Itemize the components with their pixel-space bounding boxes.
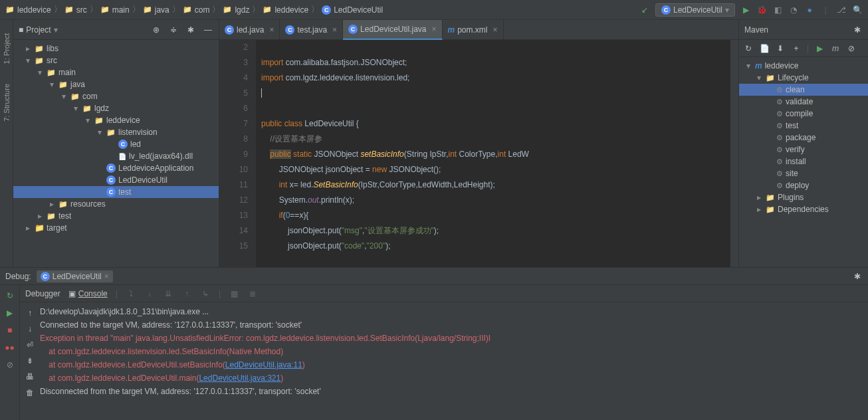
maven-item[interactable]: compile <box>739 108 868 120</box>
force-step-icon[interactable]: ⇊ <box>163 288 173 299</box>
evaluate-icon[interactable]: ▦ <box>229 288 239 299</box>
search-icon[interactable]: 🔍 <box>852 5 863 15</box>
build-icon[interactable]: ↙ <box>639 5 650 15</box>
console-output[interactable]: D:\develop\Javajdk\jdk1.8.0_131\bin\java… <box>40 305 868 417</box>
git-icon[interactable]: ⎇ <box>836 5 847 15</box>
maven-item[interactable]: package <box>739 132 868 144</box>
tree-item[interactable]: Cled <box>13 138 219 150</box>
download-icon[interactable]: ⬇ <box>775 43 786 54</box>
tree-item[interactable]: libs <box>13 43 219 54</box>
project-tab[interactable]: 1: Project <box>3 33 11 64</box>
down-icon[interactable]: ↓ <box>25 324 35 334</box>
step-into-icon[interactable]: ↓ <box>144 288 155 299</box>
step-out-icon[interactable]: ↑ <box>181 288 192 299</box>
breadcrumb-item[interactable]: leddevice <box>263 5 308 15</box>
tree-item[interactable]: src <box>13 54 219 66</box>
maven-item[interactable]: Dependencies <box>739 203 868 215</box>
code-content[interactable]: import com.alibaba.fastjson.JSONObject;i… <box>256 40 730 267</box>
stop-icon[interactable]: ● <box>804 5 815 15</box>
maven-item[interactable]: mleddevice <box>739 60 868 72</box>
print-icon[interactable]: 🖶 <box>25 371 35 382</box>
maven-settings-icon[interactable]: ✱ <box>852 25 863 35</box>
editor-tab[interactable]: CLedDeviceUtil.java× <box>343 20 442 40</box>
breadcrumb-item[interactable]: lgdz <box>223 5 249 15</box>
clear-icon[interactable]: 🗑 <box>25 387 35 398</box>
maven-item[interactable]: install <box>739 156 868 167</box>
drop-frame-icon[interactable]: ↳ <box>200 288 211 299</box>
trace-icon[interactable]: ≣ <box>247 288 258 299</box>
mute-icon[interactable]: ⊘ <box>5 360 15 370</box>
debug-panel: Debug: C LedDeviceUtil × ✱ ↻ ▶ ■ ●● ⊘ De… <box>0 267 868 420</box>
console-tab[interactable]: ▣Console <box>68 289 108 298</box>
project-panel: ■ Project ▾ ⊕ ≑ ✱ — libssrcmainjavacomlg… <box>13 20 219 267</box>
breadcrumb-item[interactable]: java <box>143 5 169 15</box>
generate-icon[interactable]: 📄 <box>759 43 770 54</box>
structure-tab[interactable]: 7: Structure <box>3 84 11 122</box>
breadcrumb-bar: leddevice〉src〉main〉java〉com〉lgdz〉leddevi… <box>0 0 868 20</box>
breadcrumb-item[interactable]: com <box>183 5 210 15</box>
locate-icon[interactable]: ⊕ <box>151 25 162 35</box>
tree-item[interactable]: CLeddeviceApplication <box>13 162 219 174</box>
scroll-icon[interactable]: ⇟ <box>25 356 35 366</box>
maven-m-icon[interactable]: m <box>830 43 841 54</box>
breadcrumb-item[interactable]: src <box>64 5 87 15</box>
tree-item[interactable]: main <box>13 66 219 78</box>
add-icon[interactable]: + <box>791 43 802 54</box>
breakpoints-icon[interactable]: ●● <box>5 342 15 353</box>
maven-item[interactable]: validate <box>739 96 868 108</box>
tree-item[interactable]: 📄lv_led(javax64).dll <box>13 150 219 162</box>
hide-icon[interactable]: — <box>203 25 213 35</box>
breadcrumb-item[interactable]: CLedDeviceUtil <box>322 5 383 15</box>
maven-tree[interactable]: mleddeviceLifecyclecleanvalidatecompilet… <box>739 57 868 218</box>
maven-panel: Maven ✱ ↻ 📄 ⬇ + | ▶ m ⊘ mleddeviceLifecy… <box>738 20 868 267</box>
debug-config-tab[interactable]: C LedDeviceUtil × <box>37 270 113 282</box>
maven-item[interactable]: site <box>739 167 868 179</box>
maven-item[interactable]: test <box>739 120 868 132</box>
editor-tab[interactable]: Ctest.java× <box>280 20 343 40</box>
debugger-tab[interactable]: Debugger <box>25 289 60 298</box>
tree-item[interactable]: java <box>13 78 219 90</box>
editor-gutter: 234567▶89@101112131415 <box>219 40 256 267</box>
project-panel-header: ■ Project ▾ ⊕ ≑ ✱ — <box>13 20 219 40</box>
debug-icon[interactable]: 🐞 <box>756 5 767 15</box>
tree-item[interactable]: com <box>13 90 219 102</box>
step-over-icon[interactable]: ⤵ <box>126 288 136 299</box>
tree-item[interactable]: leddevice <box>13 114 219 126</box>
run-icon[interactable]: ▶ <box>740 5 751 15</box>
settings-icon[interactable]: ✱ <box>185 25 196 35</box>
debug-left-toolbar: ↻ ▶ ■ ●● ⊘ <box>0 285 20 420</box>
breadcrumb-item[interactable]: leddevice <box>5 5 51 15</box>
coverage-icon[interactable]: ◧ <box>772 5 783 15</box>
tree-item[interactable]: Ctest <box>13 186 219 198</box>
breadcrumb-item[interactable]: main <box>100 5 130 15</box>
console-toolbar: ↑ ↓ ⏎ ⇟ 🖶 🗑 <box>20 305 40 417</box>
tree-item[interactable]: resources <box>13 198 219 210</box>
stop-debug-icon[interactable]: ■ <box>5 325 15 336</box>
tree-item[interactable]: test <box>13 210 219 222</box>
reimport-icon[interactable]: ↻ <box>743 43 754 54</box>
code-area[interactable]: 234567▶89@101112131415 import com.alibab… <box>219 40 738 267</box>
maven-item[interactable]: Plugins <box>739 191 868 203</box>
tree-item[interactable]: lgdz <box>13 102 219 114</box>
tree-item[interactable]: 📁target <box>13 222 219 234</box>
run-config-selector[interactable]: C LedDeviceUtil ▾ <box>655 3 735 17</box>
maven-item[interactable]: deploy <box>739 179 868 191</box>
editor-area: Cled.java×Ctest.java×CLedDeviceUtil.java… <box>219 20 738 267</box>
debug-settings-icon[interactable]: ✱ <box>852 271 863 282</box>
wrap-icon[interactable]: ⏎ <box>25 340 35 350</box>
tree-item[interactable]: listenvision <box>13 126 219 138</box>
maven-run-icon[interactable]: ▶ <box>814 43 825 54</box>
resume-icon[interactable]: ▶ <box>5 308 15 318</box>
editor-tab[interactable]: mpom.xml× <box>443 20 504 40</box>
up-icon[interactable]: ↑ <box>25 308 35 318</box>
rerun-icon[interactable]: ↻ <box>5 290 15 301</box>
maven-item[interactable]: Lifecycle <box>739 72 868 84</box>
maven-item[interactable]: clean <box>739 84 868 96</box>
editor-tab[interactable]: Cled.java× <box>219 20 280 40</box>
project-tree[interactable]: libssrcmainjavacomlgdzleddevicelistenvis… <box>13 40 219 267</box>
tree-item[interactable]: CLedDeviceUtil <box>13 174 219 186</box>
expand-icon[interactable]: ≑ <box>168 25 179 35</box>
maven-item[interactable]: verify <box>739 144 868 156</box>
maven-skip-icon[interactable]: ⊘ <box>846 43 857 54</box>
profile-icon[interactable]: ◔ <box>788 5 799 15</box>
